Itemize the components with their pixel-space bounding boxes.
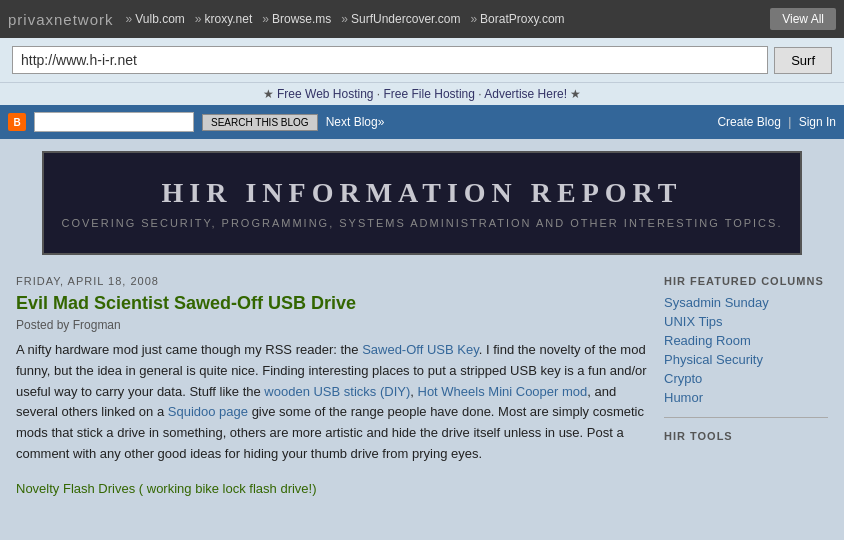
- sidebar-link-unix[interactable]: UNIX Tips: [664, 314, 828, 329]
- sidebar-divider: [664, 417, 828, 418]
- body-link-hotwheels[interactable]: Hot Wheels Mini Cooper mod: [418, 384, 588, 399]
- blog-tagline: COVERING SECURITY, PROGRAMMING, SYSTEMS …: [60, 217, 784, 229]
- brand-main: privax: [8, 11, 54, 28]
- sidebar-link-physical-security[interactable]: Physical Security: [664, 352, 828, 367]
- ad-sep-1: ·: [377, 87, 384, 101]
- top-nav-bar: privaxnetwork Vulb.com kroxy.net Browse.…: [0, 0, 844, 38]
- post-title[interactable]: Evil Mad Scientist Sawed-Off USB Drive: [16, 293, 648, 314]
- nav-link-surf[interactable]: SurfUndercover.com: [341, 12, 460, 26]
- sidebar-tools-title: HIR TOOLS: [664, 430, 828, 442]
- surf-button[interactable]: Surf: [774, 47, 832, 74]
- brand-logo: privaxnetwork: [8, 11, 114, 28]
- content-wrapper: FRIDAY, APRIL 18, 2008 Evil Mad Scientis…: [0, 267, 844, 504]
- search-blog-input[interactable]: [34, 112, 194, 132]
- sidebar-link-humor[interactable]: Humor: [664, 390, 828, 405]
- next-post-link[interactable]: Novelty Flash Drives ( working bike lock…: [16, 481, 648, 496]
- body-text-1: A nifty hardware mod just came though my…: [16, 342, 362, 357]
- body-text-3: ,: [410, 384, 417, 399]
- star-left: ★: [263, 87, 274, 101]
- next-blog-link[interactable]: Next Blog»: [326, 115, 385, 129]
- sidebar-link-crypto[interactable]: Crypto: [664, 371, 828, 386]
- view-all-button[interactable]: View All: [770, 8, 836, 30]
- body-link-squidoo[interactable]: Squidoo page: [168, 404, 248, 419]
- blogger-icon: B: [8, 113, 26, 131]
- nav-link-browse[interactable]: Browse.ms: [262, 12, 331, 26]
- url-input[interactable]: [12, 46, 768, 74]
- nav-link-vulb[interactable]: Vulb.com: [126, 12, 185, 26]
- sign-in-link[interactable]: Sign In: [799, 115, 836, 129]
- nav-links: Vulb.com kroxy.net Browse.ms SurfUnderco…: [126, 12, 759, 26]
- post-date: FRIDAY, APRIL 18, 2008: [16, 275, 648, 287]
- blogger-toolbar: B SEARCH THIS BLOG Next Blog» Create Blo…: [0, 105, 844, 139]
- sidebar-link-sysadmin[interactable]: Sysadmin Sunday: [664, 295, 828, 310]
- create-blog-link[interactable]: Create Blog: [717, 115, 780, 129]
- ad-link-webhosting[interactable]: Free Web Hosting: [277, 87, 374, 101]
- blogger-right-links: Create Blog | Sign In: [717, 115, 836, 129]
- ad-link-filehosting[interactable]: Free File Hosting: [384, 87, 475, 101]
- sidebar-featured-title: HIR FEATURED COLUMNS: [664, 275, 828, 287]
- nav-link-kroxy[interactable]: kroxy.net: [195, 12, 252, 26]
- brand-suffix: network: [54, 11, 114, 28]
- main-content: FRIDAY, APRIL 18, 2008 Evil Mad Scientis…: [8, 275, 656, 496]
- sidebar: HIR FEATURED COLUMNS Sysadmin Sunday UNI…: [656, 275, 836, 496]
- sidebar-link-reading-room[interactable]: Reading Room: [664, 333, 828, 348]
- nav-link-borat[interactable]: BoratProxy.com: [470, 12, 564, 26]
- blog-header: HIR INFORMATION REPORT COVERING SECURITY…: [42, 151, 802, 255]
- search-blog-button[interactable]: SEARCH THIS BLOG: [202, 114, 318, 131]
- star-right: ★: [570, 87, 581, 101]
- blogger-sep: |: [788, 115, 791, 129]
- post-author: Posted by Frogman: [16, 318, 648, 332]
- ad-bar: ★ Free Web Hosting · Free File Hosting ·…: [0, 82, 844, 105]
- blog-title: HIR INFORMATION REPORT: [60, 177, 784, 209]
- ad-link-advertise[interactable]: Advertise Here!: [484, 87, 567, 101]
- sidebar-links: Sysadmin Sunday UNIX Tips Reading Room P…: [664, 295, 828, 405]
- body-link-wooden[interactable]: wooden USB sticks (DIY): [264, 384, 410, 399]
- address-bar: Surf: [0, 38, 844, 82]
- body-link-sawed-off[interactable]: Sawed-Off USB Key: [362, 342, 479, 357]
- post-body: A nifty hardware mod just came though my…: [16, 340, 648, 465]
